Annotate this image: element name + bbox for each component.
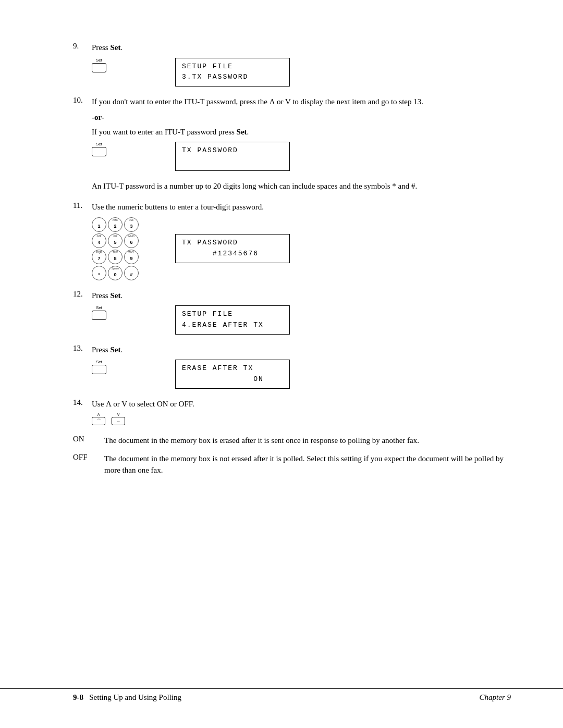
key-star: * bbox=[92, 266, 106, 280]
on-label: ON bbox=[73, 435, 104, 443]
numeric-keypad: 1 ABC 2 DEF 3 GHI 4 bbox=[92, 217, 139, 280]
step-12-text: Press Set. bbox=[92, 290, 511, 302]
itu-note: An ITU-T password is a number up to 20 d… bbox=[92, 180, 511, 192]
lcd-display-11: TX PASSWORD #12345676 bbox=[175, 234, 290, 263]
step-11-block: 11. Use the numeric buttens to enter a f… bbox=[73, 201, 511, 280]
key-1: 1 bbox=[92, 217, 106, 232]
step-10-num: 10. bbox=[73, 96, 92, 105]
step-13-icon-lcd: Set ERASE AFTER TX ON bbox=[92, 360, 511, 389]
step-12-icon-lcd: Set SETUP FILE4.ERASE AFTER TX bbox=[92, 305, 511, 335]
step-11-icon-lcd: 1 ABC 2 DEF 3 GHI 4 bbox=[92, 217, 511, 280]
lcd-display-10: TX PASSWORD bbox=[175, 142, 290, 171]
key-6: MNO 6 bbox=[124, 233, 139, 248]
step-13-block: 13. Press Set. Set ERASE AFTER TX ON bbox=[73, 344, 511, 389]
step-9-block: 9. Press Set. Set SETUP FILE3.TX PASSWOR… bbox=[73, 42, 511, 87]
on-off-notes: ON The document in the memory box is era… bbox=[73, 435, 511, 476]
set-button-icon-10: Set bbox=[92, 142, 106, 156]
step-13-text: Press Set. bbox=[92, 344, 511, 356]
footer-chapter-title: Setting Up and Using Polling bbox=[89, 693, 181, 701]
key-4: GHI 4 bbox=[92, 233, 106, 248]
step-10-text: If you don't want to enter the ITU-T pas… bbox=[92, 96, 511, 108]
page-footer: 9-8 Setting Up and Using Polling Chapter… bbox=[0, 688, 563, 702]
footer-page-num: 9-8 bbox=[73, 693, 83, 701]
step-10-block: 10. If you don't want to enter the ITU-T… bbox=[73, 96, 511, 171]
step-9-icon-lcd: Set SETUP FILE3.TX PASSWORD bbox=[92, 58, 511, 87]
on-note-row: ON The document in the memory box is era… bbox=[73, 435, 511, 447]
off-label: OFF bbox=[73, 453, 104, 462]
step-11-num: 11. bbox=[73, 201, 92, 210]
step-9-icon-area: Set bbox=[92, 58, 175, 72]
step-14-block: 14. Use Λ or V to select ON or OFF. Λ ⌒ … bbox=[73, 398, 511, 426]
set-button-icon-13: Set bbox=[92, 360, 106, 374]
key-3: DEF 3 bbox=[124, 217, 139, 232]
step-14-text: Use Λ or V to select ON or OFF. bbox=[92, 398, 511, 410]
step-11-text: Use the numeric buttens to enter a four-… bbox=[92, 201, 511, 213]
key-9: WXY 9 bbox=[124, 250, 139, 264]
lcd-display-9: SETUP FILE3.TX PASSWORD bbox=[175, 58, 290, 87]
footer-left: 9-8 Setting Up and Using Polling bbox=[73, 693, 181, 702]
step-9-text: Press Set. bbox=[92, 42, 511, 54]
step-13-num: 13. bbox=[73, 344, 92, 353]
step-12-num: 12. bbox=[73, 290, 92, 299]
page: 9. Press Set. Set SETUP FILE3.TX PASSWOR… bbox=[0, 0, 563, 728]
lcd-display-13: ERASE AFTER TX ON bbox=[175, 360, 290, 389]
step-11-icon-area: 1 ABC 2 DEF 3 GHI 4 bbox=[92, 217, 175, 280]
off-note-row: OFF The document in the memory box is no… bbox=[73, 453, 511, 476]
on-text: The document in the memory box is erased… bbox=[104, 435, 511, 447]
step-10-lcd: TX PASSWORD bbox=[175, 142, 511, 171]
step-13-icon-area: Set bbox=[92, 360, 175, 374]
key-5: JKL 5 bbox=[108, 233, 123, 248]
step-14-arrows: Λ ⌒ V ⌣ bbox=[92, 413, 511, 425]
key-7: PQR 7 bbox=[92, 250, 106, 264]
key-8: TUV 8 bbox=[108, 250, 123, 264]
step-9-num: 9. bbox=[73, 42, 92, 51]
step-12-icon-area: Set bbox=[92, 305, 175, 320]
footer-chapter-label: Chapter 9 bbox=[480, 693, 511, 701]
key-0: Space 0 bbox=[108, 266, 123, 280]
step-9-lcd: SETUP FILE3.TX PASSWORD bbox=[175, 58, 511, 87]
off-text: The document in the memory box is not er… bbox=[104, 453, 511, 476]
step-10-icon-lcd: Set TX PASSWORD bbox=[92, 142, 511, 171]
step-14-num: 14. bbox=[73, 398, 92, 407]
step-10-icon-area: Set bbox=[92, 142, 175, 156]
down-arrow-icon: V ⌣ bbox=[112, 413, 125, 425]
step-13-lcd: ERASE AFTER TX ON bbox=[175, 360, 511, 389]
footer-right: Chapter 9 bbox=[480, 693, 511, 702]
key-hash: # bbox=[124, 266, 139, 280]
set-button-icon-12: Set bbox=[92, 305, 106, 320]
or-label: -or- bbox=[92, 113, 511, 122]
up-arrow-icon: Λ ⌒ bbox=[92, 413, 105, 425]
set-button-icon-9: Set bbox=[92, 58, 106, 72]
step-12-block: 12. Press Set. Set SETUP FILE4.ERASE AFT… bbox=[73, 290, 511, 335]
key-2: ABC 2 bbox=[108, 217, 123, 232]
step-12-lcd: SETUP FILE4.ERASE AFTER TX bbox=[175, 305, 511, 335]
step-10-subtext: If you want to enter an ITU-T password p… bbox=[92, 126, 511, 138]
lcd-display-12: SETUP FILE4.ERASE AFTER TX bbox=[175, 305, 290, 335]
step-11-lcd: TX PASSWORD #12345676 bbox=[175, 234, 511, 263]
